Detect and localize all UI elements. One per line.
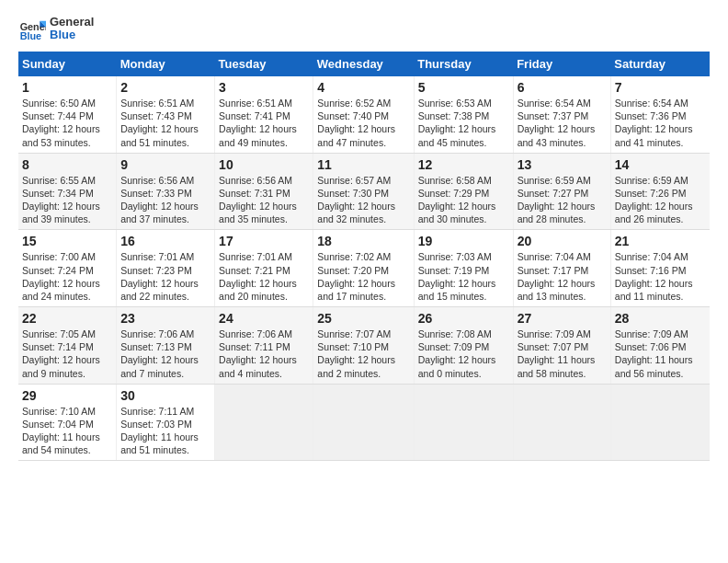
calendar-cell: 23 Sunrise: 7:06 AMSunset: 7:13 PMDaylig…: [117, 307, 215, 385]
cell-info: Sunrise: 6:59 AMSunset: 7:27 PMDaylight:…: [518, 175, 596, 225]
calendar-cell: 7 Sunrise: 6:54 AMSunset: 7:36 PMDayligh…: [610, 76, 710, 153]
cell-info: Sunrise: 7:07 AMSunset: 7:10 PMDaylight:…: [317, 328, 395, 379]
day-number: 22: [22, 311, 112, 326]
col-header-tuesday: Tuesday: [215, 52, 313, 76]
cell-info: Sunrise: 6:55 AMSunset: 7:34 PMDaylight:…: [22, 175, 100, 225]
week-row-3: 15 Sunrise: 7:00 AMSunset: 7:24 PMDaylig…: [18, 230, 710, 307]
calendar-cell: 28 Sunrise: 7:09 AMSunset: 7:06 PMDaylig…: [610, 307, 710, 385]
day-number: 28: [615, 311, 706, 326]
day-number: 25: [317, 311, 409, 326]
calendar-cell: 1 Sunrise: 6:50 AMSunset: 7:44 PMDayligh…: [18, 76, 117, 153]
day-number: 19: [418, 234, 509, 248]
day-number: 11: [317, 157, 409, 172]
cell-info: Sunrise: 7:09 AMSunset: 7:06 PMDaylight:…: [615, 328, 693, 379]
col-header-saturday: Saturday: [610, 52, 710, 76]
calendar-cell: 17 Sunrise: 7:01 AMSunset: 7:21 PMDaylig…: [215, 230, 313, 307]
svg-text:Blue: Blue: [20, 30, 41, 41]
day-number: 9: [120, 157, 210, 172]
calendar-cell: [610, 384, 710, 461]
day-number: 8: [22, 157, 112, 172]
calendar-cell: 29 Sunrise: 7:10 AMSunset: 7:04 PMDaylig…: [18, 384, 117, 461]
calendar-cell: 20 Sunrise: 7:04 AMSunset: 7:17 PMDaylig…: [513, 230, 610, 307]
cell-info: Sunrise: 7:06 AMSunset: 7:13 PMDaylight:…: [120, 328, 199, 379]
logo-text: General Blue: [50, 16, 94, 42]
calendar-cell: 26 Sunrise: 7:08 AMSunset: 7:09 PMDaylig…: [414, 307, 513, 385]
cell-info: Sunrise: 6:54 AMSunset: 7:37 PMDaylight:…: [518, 98, 596, 148]
day-number: 1: [22, 80, 112, 95]
calendar-cell: 9 Sunrise: 6:56 AMSunset: 7:33 PMDayligh…: [117, 153, 215, 230]
page-container: General Blue General Blue SundayMondayTu…: [0, 0, 728, 472]
calendar-cell: 10 Sunrise: 6:56 AMSunset: 7:31 PMDaylig…: [215, 153, 313, 230]
cell-info: Sunrise: 6:52 AMSunset: 7:40 PMDaylight:…: [317, 98, 395, 148]
day-number: 15: [22, 234, 112, 248]
cell-info: Sunrise: 7:01 AMSunset: 7:21 PMDaylight:…: [219, 251, 297, 302]
header-area: General Blue General Blue: [18, 15, 710, 42]
day-number: 26: [418, 311, 509, 326]
calendar-cell: 19 Sunrise: 7:03 AMSunset: 7:19 PMDaylig…: [414, 230, 513, 307]
cell-info: Sunrise: 6:50 AMSunset: 7:44 PMDaylight:…: [22, 98, 100, 148]
day-number: 4: [317, 80, 409, 95]
calendar-cell: 18 Sunrise: 7:02 AMSunset: 7:20 PMDaylig…: [313, 230, 414, 307]
calendar-cell: [414, 384, 513, 461]
cell-info: Sunrise: 7:01 AMSunset: 7:23 PMDaylight:…: [120, 251, 199, 302]
cell-info: Sunrise: 7:03 AMSunset: 7:19 PMDaylight:…: [418, 251, 496, 302]
day-number: 3: [219, 80, 309, 95]
logo-icon: General Blue: [18, 15, 46, 42]
col-header-sunday: Sunday: [18, 52, 117, 76]
calendar-cell: 6 Sunrise: 6:54 AMSunset: 7:37 PMDayligh…: [513, 76, 610, 153]
calendar-cell: 15 Sunrise: 7:00 AMSunset: 7:24 PMDaylig…: [18, 230, 117, 307]
cell-info: Sunrise: 7:05 AMSunset: 7:14 PMDaylight:…: [22, 328, 100, 379]
day-number: 7: [615, 80, 706, 95]
calendar-cell: 11 Sunrise: 6:57 AMSunset: 7:30 PMDaylig…: [313, 153, 414, 230]
day-number: 27: [518, 311, 607, 326]
day-number: 6: [518, 80, 607, 95]
col-header-monday: Monday: [117, 52, 215, 76]
calendar-cell: 16 Sunrise: 7:01 AMSunset: 7:23 PMDaylig…: [117, 230, 215, 307]
calendar-cell: 2 Sunrise: 6:51 AMSunset: 7:43 PMDayligh…: [117, 76, 215, 153]
calendar-cell: 13 Sunrise: 6:59 AMSunset: 7:27 PMDaylig…: [513, 153, 610, 230]
calendar-cell: 4 Sunrise: 6:52 AMSunset: 7:40 PMDayligh…: [313, 76, 414, 153]
cell-info: Sunrise: 6:59 AMSunset: 7:26 PMDaylight:…: [615, 175, 693, 225]
day-number: 16: [120, 234, 210, 248]
cell-info: Sunrise: 7:09 AMSunset: 7:07 PMDaylight:…: [518, 328, 596, 379]
cell-info: Sunrise: 6:53 AMSunset: 7:38 PMDaylight:…: [418, 98, 496, 148]
day-number: 29: [22, 388, 112, 403]
day-number: 20: [518, 234, 607, 248]
day-number: 21: [615, 234, 706, 248]
calendar-cell: 25 Sunrise: 7:07 AMSunset: 7:10 PMDaylig…: [313, 307, 414, 385]
calendar-cell: 12 Sunrise: 6:58 AMSunset: 7:29 PMDaylig…: [414, 153, 513, 230]
day-number: 24: [219, 311, 309, 326]
week-row-1: 1 Sunrise: 6:50 AMSunset: 7:44 PMDayligh…: [18, 76, 710, 153]
day-number: 12: [418, 157, 509, 172]
cell-info: Sunrise: 7:08 AMSunset: 7:09 PMDaylight:…: [418, 328, 496, 379]
cell-info: Sunrise: 7:06 AMSunset: 7:11 PMDaylight:…: [219, 328, 297, 379]
day-number: 10: [219, 157, 309, 172]
calendar-cell: 30 Sunrise: 7:11 AMSunset: 7:03 PMDaylig…: [117, 384, 215, 461]
day-number: 14: [615, 157, 706, 172]
week-row-2: 8 Sunrise: 6:55 AMSunset: 7:34 PMDayligh…: [18, 153, 710, 230]
cell-info: Sunrise: 7:00 AMSunset: 7:24 PMDaylight:…: [22, 251, 100, 302]
calendar-table: SundayMondayTuesdayWednesdayThursdayFrid…: [18, 52, 710, 461]
calendar-cell: 5 Sunrise: 6:53 AMSunset: 7:38 PMDayligh…: [414, 76, 513, 153]
cell-info: Sunrise: 7:10 AMSunset: 7:04 PMDaylight:…: [22, 406, 100, 456]
cell-info: Sunrise: 7:04 AMSunset: 7:17 PMDaylight:…: [518, 251, 596, 302]
cell-info: Sunrise: 6:56 AMSunset: 7:31 PMDaylight:…: [219, 175, 297, 225]
calendar-cell: 24 Sunrise: 7:06 AMSunset: 7:11 PMDaylig…: [215, 307, 313, 385]
col-header-thursday: Thursday: [414, 52, 513, 76]
day-number: 2: [120, 80, 210, 95]
day-number: 18: [317, 234, 409, 248]
cell-info: Sunrise: 6:57 AMSunset: 7:30 PMDaylight:…: [317, 175, 395, 225]
calendar-cell: [513, 384, 610, 461]
calendar-cell: 21 Sunrise: 7:04 AMSunset: 7:16 PMDaylig…: [610, 230, 710, 307]
day-number: 30: [120, 388, 210, 403]
col-header-friday: Friday: [513, 52, 610, 76]
day-number: 17: [219, 234, 309, 248]
cell-info: Sunrise: 6:54 AMSunset: 7:36 PMDaylight:…: [615, 98, 693, 148]
calendar-cell: 22 Sunrise: 7:05 AMSunset: 7:14 PMDaylig…: [18, 307, 117, 385]
cell-info: Sunrise: 6:56 AMSunset: 7:33 PMDaylight:…: [120, 175, 199, 225]
day-number: 23: [120, 311, 210, 326]
cell-info: Sunrise: 7:04 AMSunset: 7:16 PMDaylight:…: [615, 251, 693, 302]
logo: General Blue General Blue: [18, 15, 94, 42]
calendar-cell: 14 Sunrise: 6:59 AMSunset: 7:26 PMDaylig…: [610, 153, 710, 230]
cell-info: Sunrise: 6:58 AMSunset: 7:29 PMDaylight:…: [418, 175, 496, 225]
